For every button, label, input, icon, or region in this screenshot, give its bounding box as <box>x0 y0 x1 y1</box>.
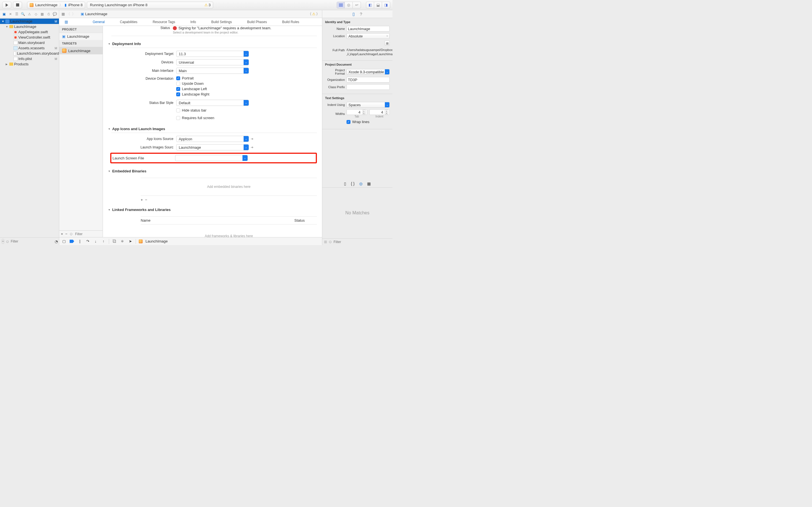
recent-filter-icon[interactable]: ◔ <box>55 239 58 244</box>
version-editor-button[interactable]: ↩ <box>353 2 361 8</box>
class-prefix-field[interactable] <box>347 84 390 90</box>
wrap-lines-checkbox[interactable]: ✓Wrap lines <box>347 120 369 124</box>
code-snippet-library-icon[interactable]: { } <box>351 181 354 186</box>
jump-bar[interactable]: ▦ 〈 〉 ▣LaunchImage 〈 ⚠ 〉 <box>59 10 322 18</box>
orientation-landscape-right[interactable]: ✓Landscape Right <box>176 92 209 96</box>
source-control-navigator-icon[interactable]: ✕ <box>8 11 13 17</box>
app-icons-header[interactable]: ▼App Icons and Launch Images <box>108 125 317 133</box>
nav-file-appdelegate[interactable]: AppDelegate.swift <box>0 29 59 35</box>
issues-indicator[interactable]: ⚠3 <box>204 3 211 7</box>
nav-file-launchscreen[interactable]: LaunchScreen.storyboard <box>0 51 59 56</box>
report-navigator-icon[interactable]: 💬 <box>53 11 57 17</box>
launch-images-source-select[interactable]: LaunchImage⌄ <box>176 144 249 151</box>
remove-target-button[interactable]: − <box>65 232 68 236</box>
nav-file-assets[interactable]: Assets.xcassetsM <box>0 45 59 51</box>
orientation-portrait[interactable]: ✓Portrait <box>176 76 209 80</box>
nav-folder-products[interactable]: ▶Products <box>0 61 59 67</box>
breadcrumb[interactable]: LaunchImage <box>85 12 107 16</box>
tab-build-rules[interactable]: Build Rules <box>279 18 303 26</box>
name-field[interactable]: LaunchImage <box>347 26 390 32</box>
tab-info[interactable]: Info <box>187 18 199 26</box>
step-out-icon[interactable]: ↑ <box>101 239 106 243</box>
assistant-editor-button[interactable]: ◎ <box>345 2 353 8</box>
toggle-inspector-button[interactable]: ◨ <box>382 2 390 8</box>
run-button[interactable] <box>2 2 11 8</box>
debug-navigator-icon[interactable]: ▦ <box>40 11 45 17</box>
navigator-filter-input[interactable] <box>11 239 53 243</box>
remove-embedded-button[interactable]: − <box>145 198 147 202</box>
prev-issue-icon[interactable]: 〈 <box>308 11 312 17</box>
tab-build-settings[interactable]: Build Settings <box>208 18 235 26</box>
find-navigator-icon[interactable]: 🔍 <box>21 11 26 17</box>
library-filter-input[interactable] <box>334 240 391 244</box>
deployment-header[interactable]: ▼Deployment Info <box>108 40 317 48</box>
devices-select[interactable]: Universal⌄ <box>176 59 249 65</box>
location-icon[interactable]: ➤ <box>128 239 133 243</box>
project-format-select[interactable]: Xcode 9.3-compatible⌄ <box>347 69 390 75</box>
app-icons-source-select[interactable]: AppIcon⌄ <box>176 136 249 142</box>
deployment-target-select[interactable]: 11.3⌄ <box>176 51 249 57</box>
tab-general[interactable]: General <box>89 18 108 26</box>
add-target-button[interactable]: + <box>61 232 63 236</box>
next-issue-icon[interactable]: 〉 <box>316 11 320 17</box>
symbol-navigator-icon[interactable]: ☰ <box>14 11 19 17</box>
breakpoints-icon[interactable] <box>69 240 74 243</box>
stop-button[interactable] <box>13 2 22 8</box>
toggle-debug-button[interactable]: ⬓ <box>374 2 382 8</box>
requires-full-screen-checkbox[interactable]: Requires full screen <box>176 116 214 120</box>
file-inspector-icon[interactable]: ▯ <box>352 11 355 17</box>
tab-build-phases[interactable]: Build Phases <box>244 18 270 26</box>
hide-status-bar-checkbox[interactable]: Hide status bar <box>176 108 206 112</box>
toggle-targets-list-button[interactable]: ▥ <box>63 20 70 24</box>
hide-debug-icon[interactable]: ▢ <box>61 239 66 243</box>
filter-icon[interactable]: ⊙ <box>6 239 9 244</box>
nav-file-viewcontroller[interactable]: ViewController.swift <box>0 35 59 40</box>
issue-navigator-icon[interactable]: ⚠ <box>27 11 32 17</box>
forward-icon[interactable]: 〉 <box>72 11 75 17</box>
back-icon[interactable]: 〈 <box>66 11 70 17</box>
linked-frameworks-dropzone[interactable]: Add frameworks & libraries here <box>141 227 317 237</box>
project-navigator-icon[interactable]: ▣ <box>2 11 6 17</box>
filter-icon[interactable]: ⊙ <box>70 232 73 236</box>
location-select[interactable]: Absolute <box>347 33 390 39</box>
object-library-icon[interactable]: ◎ <box>359 181 363 186</box>
related-items-icon[interactable]: ▦ <box>61 12 65 16</box>
scheme-selector[interactable]: LaunchImage 〉 ▮ iPhone 8 <box>27 2 85 8</box>
embedded-binaries-header[interactable]: ▼Embedded Binaries <box>108 167 317 175</box>
step-in-icon[interactable]: ↓ <box>93 239 98 243</box>
debug-view-icon[interactable]: ⿻ <box>112 239 117 243</box>
nav-project-root[interactable]: ▼LaunchImageM <box>0 18 59 24</box>
choose-location-button[interactable]: ▦ <box>385 41 390 46</box>
panel-toggle-segment[interactable]: ◧ ⬓ ◨ <box>366 2 390 8</box>
nav-file-main-storyboard[interactable]: Main.storyboard <box>0 40 59 45</box>
launch-screen-file-select[interactable]: ⌄ <box>175 155 248 161</box>
toggle-navigator-button[interactable]: ◧ <box>366 2 374 8</box>
app-icons-detail-icon[interactable]: ➜ <box>251 137 253 141</box>
library-view-mode-icon[interactable]: ⊞ <box>324 240 327 244</box>
quick-help-icon[interactable]: ? <box>360 11 362 16</box>
test-navigator-icon[interactable]: ◇ <box>34 11 38 17</box>
orientation-upside-down[interactable]: Upside Down <box>176 81 209 86</box>
editor-mode-segment[interactable]: ◎ ↩ <box>337 2 361 8</box>
linked-frameworks-header[interactable]: ▼Linked Frameworks and Libraries <box>108 206 317 214</box>
indent-using-select[interactable]: Spaces⌄ <box>347 102 390 108</box>
step-over-icon[interactable]: ↷ <box>85 239 90 243</box>
status-bar-select[interactable]: Default⌄ <box>176 100 249 106</box>
process-name[interactable]: LaunchImage <box>146 239 168 243</box>
add-embedded-button[interactable]: + <box>141 198 143 202</box>
memory-graph-icon[interactable]: ⚛ <box>120 239 125 243</box>
launch-images-detail-icon[interactable]: ➜ <box>251 145 253 149</box>
main-interface-select[interactable]: Main⌄ <box>176 68 249 74</box>
target-item[interactable]: LaunchImage <box>59 47 103 54</box>
add-button[interactable]: + <box>2 239 4 244</box>
nav-folder[interactable]: ▼LaunchImage <box>0 24 59 29</box>
media-library-icon[interactable]: ▦ <box>367 181 371 186</box>
organization-field[interactable]: TD3P <box>347 77 390 82</box>
continue-icon[interactable]: ‖ <box>77 239 82 243</box>
indent-width-stepper[interactable]: 4▲▼ <box>369 109 390 115</box>
tab-capabilities[interactable]: Capabilities <box>116 18 141 26</box>
tab-resource-tags[interactable]: Resource Tags <box>149 18 179 26</box>
embedded-binaries-dropzone[interactable]: Add embedded binaries here <box>141 178 317 196</box>
tab-width-stepper[interactable]: 4▲▼ <box>347 109 367 115</box>
file-template-library-icon[interactable]: ▯ <box>344 181 346 186</box>
